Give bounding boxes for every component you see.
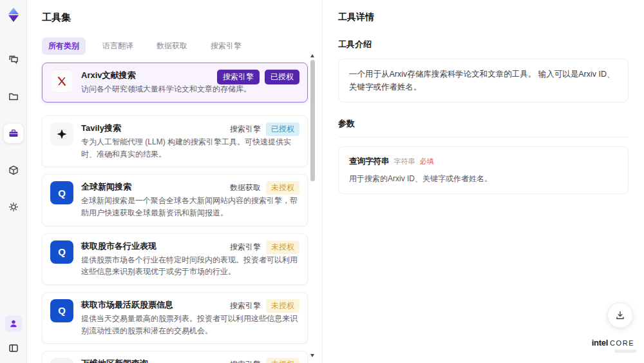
auth-status-badge: 未授权 — [266, 181, 299, 195]
category-tag: 数据获取 — [230, 182, 261, 193]
brand-subtext-placeholder — [614, 349, 636, 353]
tool-desc: 专为人工智能代理 (LLM) 构建的搜索引擎工具。可快速提供实时、准确和真实的结… — [81, 136, 299, 160]
scrollbar-thumb[interactable] — [310, 60, 315, 181]
toolbox-icon[interactable] — [4, 124, 23, 143]
tool-card-most-active-stocks[interactable]: Q 获取市场最活跃股票信息 提供当天交易量最高的股票列表。投资者可以利用这些信息… — [42, 292, 308, 344]
auth-status-badge: 未授权 — [266, 299, 299, 313]
brand-intel-text: intel — [592, 338, 608, 348]
rail-bottom — [4, 315, 23, 358]
app-logo[interactable] — [5, 6, 22, 23]
left-rail — [0, 0, 27, 363]
category-tabs: 所有类别 语言翻译 数据获取 搜索引擎 — [42, 37, 322, 55]
param-type: 字符串 — [394, 157, 415, 166]
tool-card-global-news[interactable]: Q 全球新闻搜索 全球新闻搜索是一个聚合全球各大新闻网站内容的搜索引擎，帮助用户… — [42, 174, 308, 226]
tool-list: Arxiv文献搜索 访问各个研究领域大量科学论文和文章的存储库。 搜索引擎 已授… — [42, 63, 308, 363]
download-button[interactable] — [607, 302, 633, 328]
tab-all-categories[interactable]: 所有类别 — [42, 37, 86, 55]
intel-core-logo: intel CORE — [590, 338, 636, 353]
auth-status-badge: 已授权 — [266, 123, 299, 136]
scrollbar[interactable] — [310, 54, 316, 357]
auth-status-badge: 未授权 — [266, 358, 299, 363]
tool-card-tavily[interactable]: Tavily搜索 专为人工智能代理 (LLM) 构建的搜索引擎工具。可快速提供实… — [42, 115, 308, 167]
tab-data-fetch[interactable]: 数据获取 — [150, 37, 194, 55]
q-news-logo-icon: Q — [50, 181, 73, 204]
category-tag: 搜索引擎 — [230, 359, 261, 363]
intro-heading: 工具介绍 — [338, 39, 629, 50]
detail-title: 工具详情 — [338, 12, 629, 23]
auth-status-badge: 未授权 — [266, 240, 299, 254]
download-icon — [615, 310, 625, 320]
q-news-logo-icon: Q — [50, 240, 73, 264]
tool-detail-panel: 工具详情 工具介绍 一个用于从Arxiv存储库搜索科学论文和文章的工具。 输入可… — [322, 0, 644, 363]
param-desc: 用于搜索的Arxiv ID、关键字或作者姓名。 — [349, 173, 618, 184]
brand-core-text: CORE — [610, 339, 634, 347]
tool-desc: 提供当天交易量最高的股票列表。投资者可以利用这些信息来识别流动性强的股票和潜在的… — [81, 313, 299, 337]
arxiv-logo-icon — [50, 70, 73, 93]
q-news-logo-icon: Q — [50, 299, 73, 322]
gear-icon[interactable] — [4, 197, 23, 217]
tavily-star-icon — [50, 123, 73, 146]
rail-nav — [4, 50, 23, 217]
intro-text: 一个用于从Arxiv存储库搜索科学论文和文章的工具。 输入可以是Arxiv ID… — [338, 59, 629, 103]
user-icon[interactable] — [5, 315, 22, 332]
tab-language-translation[interactable]: 语言翻译 — [96, 37, 140, 55]
app-window: 工具集 所有类别 语言翻译 数据获取 搜索引擎 Arxiv文献搜索 访问各个研究… — [0, 0, 644, 363]
chat-icon[interactable] — [4, 50, 23, 70]
cube-icon[interactable] — [4, 161, 23, 180]
tool-desc: 全球新闻搜索是一个聚合全球各大新闻网站内容的搜索引擎，帮助用户快速获取全球最新资… — [81, 195, 299, 219]
tool-desc: 提供股票市场各个行业在特定时间段内的表现。投资者可以利用这些信息来识别表现优于或… — [81, 254, 299, 278]
tool-card-regional-news[interactable]: 万维地区新闻查询 查询具体行政区划内的新闻，快速了解各地新闻动 搜索引擎 未授权 — [42, 351, 308, 363]
folder-icon[interactable] — [4, 87, 23, 106]
scroll-down-icon[interactable] — [310, 354, 314, 357]
category-tag: 搜索引擎 — [217, 70, 260, 84]
param-required-badge: 必填 — [420, 157, 434, 166]
newspaper-icon — [50, 358, 73, 363]
param-card: 查询字符串 字符串 必填 用于搜索的Arxiv ID、关键字或作者姓名。 — [338, 146, 629, 194]
params-heading: 参数 — [338, 118, 629, 137]
tool-card-arxiv[interactable]: Arxiv文献搜索 访问各个研究领域大量科学论文和文章的存储库。 搜索引擎 已授… — [42, 63, 308, 103]
category-tag: 搜索引擎 — [230, 242, 261, 253]
page-title: 工具集 — [42, 12, 322, 24]
param-name: 查询字符串 — [349, 156, 390, 167]
auth-status-badge: 已授权 — [265, 70, 299, 84]
category-tag: 搜索引擎 — [230, 124, 261, 135]
scroll-up-icon[interactable] — [310, 54, 314, 57]
category-tag: 搜索引擎 — [230, 300, 261, 311]
tool-desc: 访问各个研究领域大量科学论文和文章的存储库。 — [81, 83, 299, 95]
tool-card-sector-performance[interactable]: Q 获取股市各行业表现 提供股票市场各个行业在特定时间段内的表现。投资者可以利用… — [42, 233, 308, 285]
tab-search-engine[interactable]: 搜索引擎 — [204, 37, 248, 55]
panel-toggle-icon[interactable] — [4, 338, 23, 358]
tool-list-panel: 工具集 所有类别 语言翻译 数据获取 搜索引擎 Arxiv文献搜索 访问各个研究… — [27, 0, 322, 363]
